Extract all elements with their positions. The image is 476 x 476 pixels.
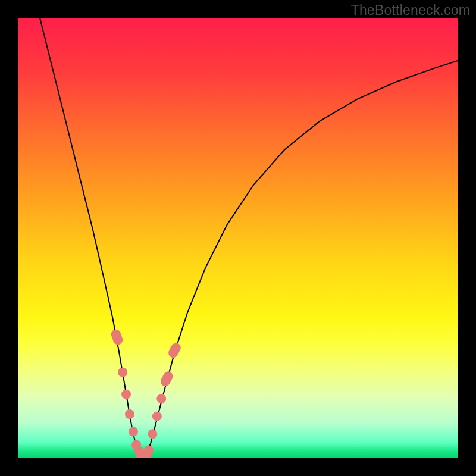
curve-right-branch: [146, 61, 458, 455]
marker-dot: [152, 412, 162, 421]
plot-area: [18, 18, 458, 458]
marker-pill: [167, 341, 182, 359]
marker-dot: [118, 368, 127, 377]
marker-dot: [125, 409, 134, 419]
marker-pill: [110, 328, 124, 346]
marker-dot: [156, 394, 166, 403]
marker-dot: [121, 390, 131, 399]
marker-pill: [159, 370, 174, 388]
outer-frame: TheBottleneck.com: [0, 0, 476, 476]
marker-dot: [148, 429, 157, 439]
marker-dot: [129, 427, 138, 437]
chart-curves: [18, 18, 458, 458]
curve-left-branch: [40, 18, 139, 455]
watermark-text: TheBottleneck.com: [351, 2, 470, 18]
